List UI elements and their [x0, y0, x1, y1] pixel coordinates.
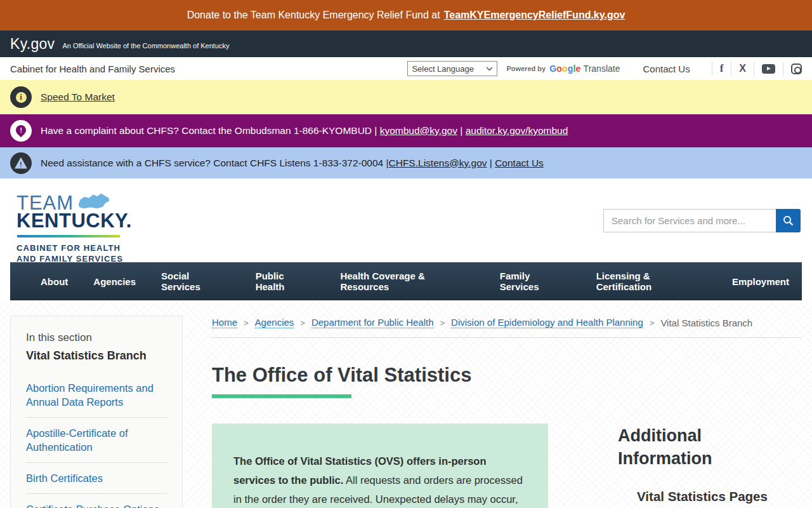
- chevron-down-icon: [486, 66, 493, 71]
- chfs-listens-text: Need assistance with a CHFS service? Con…: [41, 157, 389, 168]
- info-icon: i: [10, 86, 32, 108]
- nav-public-health[interactable]: Public Health: [243, 271, 328, 292]
- google-logo: Google: [549, 64, 580, 74]
- ovs-callout: The Office of Vital Statistics (OVS) off…: [212, 424, 548, 508]
- nav-family-services[interactable]: Family Services: [487, 271, 584, 292]
- contact-us-link[interactable]: Contact Us: [643, 64, 690, 74]
- speed-to-market-link[interactable]: Speed To Market: [41, 91, 115, 102]
- separator: |: [487, 157, 495, 168]
- sidebar-eyebrow: In this section: [26, 331, 167, 344]
- search-button[interactable]: [776, 209, 801, 232]
- donation-link[interactable]: TeamKYEmergencyReliefFund.ky.gov: [444, 10, 625, 21]
- separator: |: [457, 125, 466, 136]
- nav-health-coverage[interactable]: Health Coverage & Resources: [327, 271, 487, 292]
- primary-nav: About Agencies Social Services Public He…: [10, 262, 802, 300]
- breadcrumb-separator: >: [244, 318, 249, 328]
- auditor-link[interactable]: auditor.ky.gov/kyombud: [466, 125, 568, 136]
- contact-us-alert-link[interactable]: Contact Us: [495, 157, 544, 168]
- powered-by-label: Powered by: [506, 65, 546, 72]
- additional-information: Additional Information Vital Statistics …: [618, 424, 802, 504]
- instagram-icon[interactable]: [791, 64, 802, 74]
- chfs-listens-email-link[interactable]: CHFS.Listens@ky.gov: [389, 157, 487, 168]
- search-icon: [783, 215, 794, 226]
- ombudsman-email-link[interactable]: kyombud@ky.gov: [380, 125, 457, 136]
- breadcrumb-current: Vital Statistics Branch: [660, 318, 752, 328]
- section-sidebar: In this section Vital Statistics Branch …: [10, 316, 183, 508]
- search-input[interactable]: [603, 209, 776, 232]
- youtube-icon[interactable]: [762, 64, 775, 74]
- site-title: Cabinet for Health and Family Services: [10, 64, 175, 74]
- breadcrumb-separator: >: [650, 318, 655, 328]
- utility-bar: Cabinet for Health and Family Services S…: [0, 57, 812, 80]
- kygov-logo[interactable]: Ky.gov: [10, 36, 55, 53]
- location-alert-icon: !: [10, 120, 32, 142]
- main-header: TEAM KENTUCKY. CABINET FOR HEALTH AND FA…: [0, 178, 812, 262]
- breadcrumb-agencies[interactable]: Agencies: [255, 317, 294, 328]
- alert-ombudsman: ! Have a complaint about CHFS? Contact t…: [0, 114, 812, 147]
- team-kentucky-logo[interactable]: TEAM KENTUCKY. CABINET FOR HEALTH AND FA…: [16, 192, 132, 264]
- divider: [783, 62, 783, 76]
- page-title: The Office of Vital Statistics: [212, 364, 471, 387]
- site-search: [603, 209, 801, 232]
- ombudsman-text: Have a complaint about CHFS? Contact the…: [41, 125, 380, 136]
- logo-gradient-rule: [17, 235, 120, 237]
- aside-subtitle: Vital Statistics Pages: [618, 489, 787, 504]
- divider: [731, 62, 731, 76]
- logo-kentucky-text: KENTUCKY.: [16, 211, 132, 231]
- nav-about[interactable]: About: [28, 276, 81, 287]
- breadcrumb-public-health[interactable]: Department for Public Health: [311, 317, 434, 328]
- title-accent-bar: [212, 394, 351, 398]
- breadcrumb-separator: >: [440, 318, 445, 328]
- translate-label: Translate: [584, 64, 620, 74]
- nav-agencies[interactable]: Agencies: [81, 276, 148, 287]
- breadcrumb-epidemiology[interactable]: Division of Epidemiology and Health Plan…: [451, 317, 643, 328]
- divider: [754, 62, 754, 76]
- sidebar-item-abortion-reports[interactable]: Abortion Requirements and Annual Data Re…: [26, 373, 167, 417]
- sidebar-item-certificate-purchase[interactable]: Certificate Purchase Options: [26, 493, 167, 508]
- kentucky-state-icon: [77, 192, 110, 210]
- language-select-value: Select Language: [412, 64, 474, 74]
- donation-text: Donate to the Team Kentucky Emergency Re…: [187, 10, 440, 21]
- language-select[interactable]: Select Language: [407, 61, 497, 76]
- state-bar: Ky.gov An Official Website of the Common…: [0, 30, 812, 57]
- nav-licensing[interactable]: Licensing & Certification: [584, 271, 719, 292]
- divider: [712, 62, 712, 76]
- social-links: f X: [704, 62, 802, 76]
- page: Donate to the Team Kentucky Emergency Re…: [0, 0, 812, 508]
- aside-title: Additional Information: [618, 424, 745, 470]
- state-bar-tagline: An Official Website of the Commonwealth …: [62, 42, 229, 50]
- breadcrumb: Home > Agencies > Department for Public …: [212, 317, 752, 328]
- nav-employment[interactable]: Employment: [719, 276, 802, 287]
- utility-right: Select Language Powered by Google Transl…: [407, 61, 802, 76]
- breadcrumb-separator: >: [300, 318, 305, 328]
- breadcrumb-divider: [212, 337, 802, 338]
- warning-icon: !: [10, 152, 32, 174]
- alert-chfs-listens: ! Need assistance with a CHFS service? C…: [0, 147, 812, 178]
- nav-social-services[interactable]: Social Services: [148, 271, 243, 292]
- alert-speed-to-market: i Speed To Market: [0, 80, 812, 114]
- donation-banner: Donate to the Team Kentucky Emergency Re…: [0, 0, 812, 30]
- sidebar-list: Abortion Requirements and Annual Data Re…: [26, 373, 167, 508]
- logo-cabinet-line1: CABINET FOR HEALTH: [16, 243, 132, 253]
- x-twitter-icon[interactable]: X: [739, 63, 746, 74]
- breadcrumb-home[interactable]: Home: [212, 317, 237, 328]
- sidebar-item-birth-certificates[interactable]: Birth Certificates: [26, 462, 167, 493]
- sidebar-title: Vital Statistics Branch: [26, 349, 167, 363]
- sidebar-item-apostille[interactable]: Apostille-Certificate of Authentication: [26, 417, 167, 462]
- facebook-icon[interactable]: f: [720, 62, 724, 75]
